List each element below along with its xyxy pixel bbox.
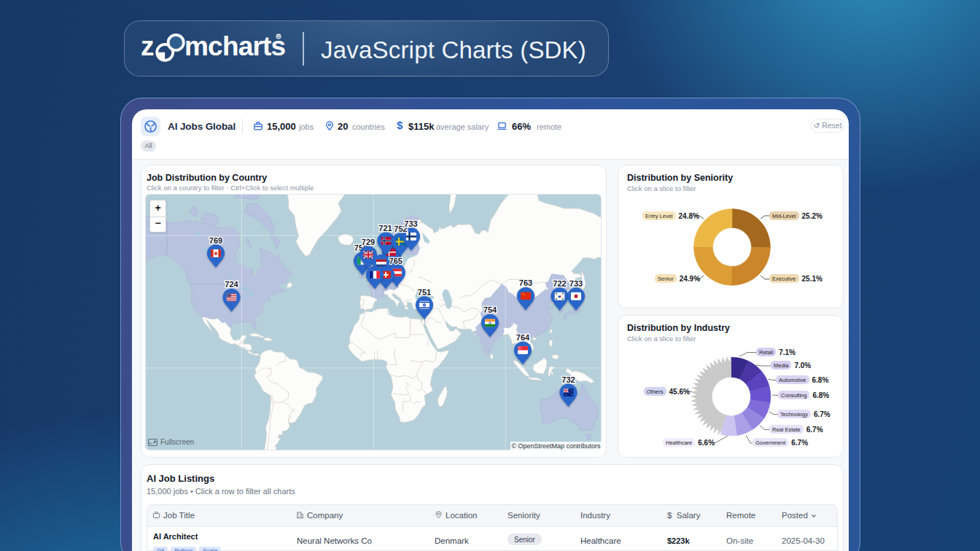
svg-text:751: 751 xyxy=(418,288,431,297)
svg-text:733: 733 xyxy=(569,279,583,288)
svg-text:764: 764 xyxy=(516,333,530,342)
svg-text:z: z xyxy=(141,31,154,61)
svg-text:754: 754 xyxy=(483,305,497,314)
svg-text:733: 733 xyxy=(404,219,417,228)
svg-text:721: 721 xyxy=(378,224,392,232)
svg-text:724: 724 xyxy=(225,280,238,289)
svg-text:722: 722 xyxy=(553,279,566,288)
svg-text:R: R xyxy=(277,34,281,39)
svg-text:769: 769 xyxy=(209,236,222,245)
svg-text:763: 763 xyxy=(519,278,532,287)
svg-text:mcharts: mcharts xyxy=(184,31,286,61)
svg-text:732: 732 xyxy=(561,375,575,384)
svg-text:729: 729 xyxy=(362,238,375,246)
svg-text:765: 765 xyxy=(389,257,402,265)
